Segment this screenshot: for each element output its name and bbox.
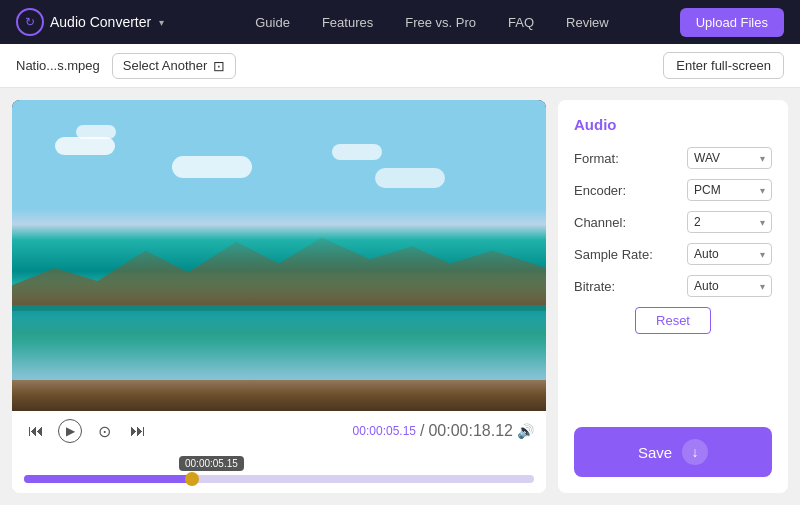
bitrate-chevron: ▾ — [760, 281, 765, 292]
bitrate-value: Auto — [694, 279, 719, 293]
sample-rate-chevron: ▾ — [760, 249, 765, 260]
settings-rows: Format: WAV ▾ Encoder: PCM ▾ Channel: 2 — [574, 147, 772, 427]
format-chevron: ▾ — [760, 153, 765, 164]
encoder-row: Encoder: PCM ▾ — [574, 179, 772, 201]
encoder-value: PCM — [694, 183, 721, 197]
nav-review[interactable]: Review — [566, 15, 609, 30]
current-time: 00:00:05.15 — [353, 424, 416, 438]
monitor-icon: ⊡ — [213, 58, 225, 74]
progress-thumb-label: 00:00:05.15 — [179, 456, 244, 471]
nav-free-vs-pro[interactable]: Free vs. Pro — [405, 15, 476, 30]
select-another-label: Select Another — [123, 58, 208, 73]
format-label: Format: — [574, 151, 619, 166]
save-button[interactable]: Save ↓ — [574, 427, 772, 477]
sample-rate-row: Sample Rate: Auto ▾ — [574, 243, 772, 265]
app-name: Audio Converter — [50, 14, 151, 30]
channel-value: 2 — [694, 215, 701, 229]
top-navigation: ↻ Audio Converter ▾ Guide Features Free … — [0, 0, 800, 44]
encoder-select[interactable]: PCM ▾ — [687, 179, 772, 201]
channel-select[interactable]: 2 ▾ — [687, 211, 772, 233]
playback-buttons: ⏮ ▶ ⊙ ⏭ — [24, 419, 150, 443]
time-separator: / — [420, 422, 424, 440]
encoder-chevron: ▾ — [760, 185, 765, 196]
channel-label: Channel: — [574, 215, 626, 230]
bitrate-label: Bitrate: — [574, 279, 615, 294]
save-icon: ↓ — [682, 439, 708, 465]
fullscreen-button[interactable]: Enter full-screen — [663, 52, 784, 79]
progress-bar[interactable] — [24, 475, 534, 483]
sample-rate-value: Auto — [694, 247, 719, 261]
audio-section-title: Audio — [574, 116, 772, 133]
bitrate-row: Bitrate: Auto ▾ — [574, 275, 772, 297]
forward-button[interactable]: ⏭ — [126, 419, 150, 443]
channel-chevron: ▾ — [760, 217, 765, 228]
video-area — [12, 100, 546, 411]
select-another-button[interactable]: Select Another ⊡ — [112, 53, 237, 79]
reset-button[interactable]: Reset — [635, 307, 711, 334]
logo-dropdown-arrow[interactable]: ▾ — [159, 17, 164, 28]
sample-rate-label: Sample Rate: — [574, 247, 653, 262]
encoder-label: Encoder: — [574, 183, 626, 198]
sample-rate-select[interactable]: Auto ▾ — [687, 243, 772, 265]
upload-files-button[interactable]: Upload Files — [680, 8, 784, 37]
video-panel: ⏮ ▶ ⊙ ⏭ 00:00:05.15 / 00:00:18.12 🔊 00:0… — [12, 100, 546, 493]
channel-row: Channel: 2 ▾ — [574, 211, 772, 233]
right-panel: Audio Format: WAV ▾ Encoder: PCM ▾ Cha — [558, 100, 788, 493]
save-label: Save — [638, 444, 672, 461]
player-controls: ⏮ ▶ ⊙ ⏭ 00:00:05.15 / 00:00:18.12 🔊 — [12, 411, 546, 453]
cloud-4 — [332, 144, 382, 160]
nav-guide[interactable]: Guide — [255, 15, 290, 30]
mountain-silhouette — [12, 224, 546, 311]
progress-fill — [24, 475, 192, 483]
format-value: WAV — [694, 151, 720, 165]
main-content: ⏮ ▶ ⊙ ⏭ 00:00:05.15 / 00:00:18.12 🔊 00:0… — [0, 88, 800, 505]
volume-button[interactable]: 🔊 — [517, 423, 534, 439]
cloud-2 — [76, 125, 116, 139]
nav-links: Guide Features Free vs. Pro FAQ Review — [184, 15, 680, 30]
water-reflection — [12, 305, 546, 380]
cloud-1 — [55, 137, 115, 155]
format-select[interactable]: WAV ▾ — [687, 147, 772, 169]
file-name: Natio...s.mpeg — [16, 58, 100, 73]
progress-handle[interactable] — [185, 472, 199, 486]
cloud-5 — [375, 168, 445, 188]
play-button[interactable]: ▶ — [58, 419, 82, 443]
nav-faq[interactable]: FAQ — [508, 15, 534, 30]
controls-row: ⏮ ▶ ⊙ ⏭ 00:00:05.15 / 00:00:18.12 🔊 — [24, 419, 534, 443]
cloud-3 — [172, 156, 252, 178]
toolbar: Natio...s.mpeg Select Another ⊡ Enter fu… — [0, 44, 800, 88]
total-time: 00:00:18.12 — [428, 422, 513, 440]
nav-features[interactable]: Features — [322, 15, 373, 30]
logo-icon: ↻ — [16, 8, 44, 36]
rewind-button[interactable]: ⏮ — [24, 419, 48, 443]
toolbar-left: Natio...s.mpeg Select Another ⊡ — [16, 53, 236, 79]
bitrate-select[interactable]: Auto ▾ — [687, 275, 772, 297]
app-logo[interactable]: ↻ Audio Converter ▾ — [16, 8, 164, 36]
format-row: Format: WAV ▾ — [574, 147, 772, 169]
video-thumbnail — [12, 100, 546, 411]
progress-area: 00:00:05.15 — [12, 453, 546, 493]
stop-button[interactable]: ⊙ — [92, 419, 116, 443]
